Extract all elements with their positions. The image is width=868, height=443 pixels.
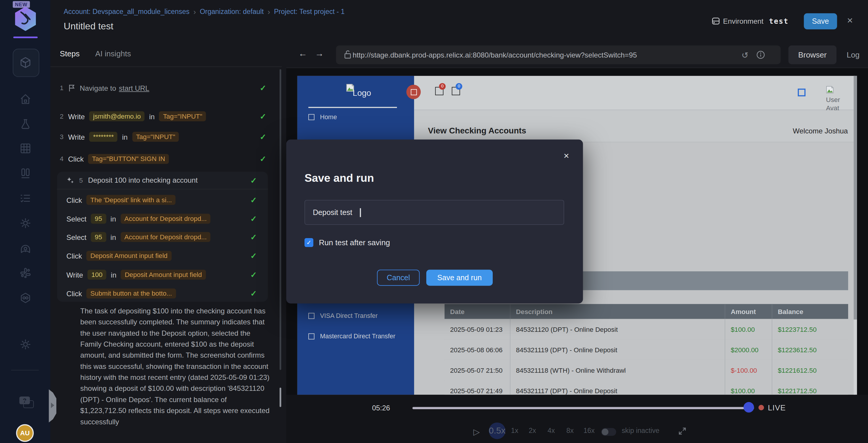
cell-date: 2025-05-08 06:06	[445, 339, 510, 360]
col-header-description[interactable]: Description	[510, 304, 725, 319]
step-row-4[interactable]: 4 Click Tag="BUTTON" SIGN IN ✓	[60, 152, 267, 166]
step-target-badge[interactable]: Submit button at the botto...	[87, 289, 176, 299]
user-avatar[interactable]: AU	[16, 424, 34, 442]
bank-logo-text[interactable]: Logo	[353, 88, 371, 97]
speed-8x[interactable]: 8x	[566, 427, 574, 435]
integrations-icon[interactable]	[19, 267, 31, 279]
table-row[interactable]: 2025-05-09 01:23 845321120 (DPT) - Onlin…	[445, 319, 848, 340]
steps-panel: Steps AI insights 1 Navigate to start UR…	[51, 41, 282, 443]
home-icon[interactable]	[19, 93, 31, 105]
steps-scrollbar-thumb[interactable]	[280, 388, 281, 407]
test-name-input[interactable]: Deposit test	[305, 200, 564, 225]
table-row[interactable]: 2025-05-07 21:50 845321118 (WTH) - Onlin…	[445, 360, 848, 381]
step-target-badge[interactable]: Tag="BUTTON" SIGN IN	[88, 154, 169, 164]
speed-4x[interactable]: 4x	[548, 427, 555, 435]
step-target-badge[interactable]: Account for Deposit dropd...	[120, 214, 211, 224]
speed-2x[interactable]: 2x	[529, 427, 536, 435]
substep-row[interactable]: Select 95 in Account for Deposit dropd..…	[66, 211, 257, 226]
info-icon[interactable]	[756, 51, 765, 59]
cancel-button[interactable]: Cancel	[377, 269, 420, 286]
col-header-date[interactable]: Date	[445, 304, 510, 319]
playback-playhead[interactable]	[743, 402, 754, 412]
save-and-run-button[interactable]: Save and run	[426, 269, 493, 286]
grid-icon[interactable]	[19, 142, 31, 154]
environment-value[interactable]: test	[769, 17, 788, 26]
substep-row[interactable]: Click The 'Deposit' link with a si... ✓	[66, 193, 257, 207]
substep-row[interactable]: Select 95 in Account for Deposit dropd..…	[66, 230, 257, 244]
step-value-badge[interactable]: jsmith@demo.io	[89, 111, 145, 121]
toggle-knob[interactable]	[602, 429, 608, 435]
settings-gear-icon[interactable]	[19, 217, 31, 229]
incognito-icon[interactable]	[19, 242, 31, 254]
step-group-5[interactable]: 5 Deposit 100 into checking account ✓ Cl…	[57, 172, 268, 302]
step-target-badge[interactable]: The 'Deposit' link with a si...	[87, 195, 176, 205]
substep-row[interactable]: Write 100 in Deposit Amount input field …	[66, 267, 257, 282]
step-value-badge[interactable]: 95	[91, 232, 106, 242]
bank-nav-mastercard[interactable]: Mastercard Direct Transfer	[308, 333, 395, 339]
step-target-badge[interactable]: Account for Deposit dropd...	[120, 232, 211, 242]
step-target-badge[interactable]: Deposit Amount input field	[87, 251, 172, 261]
col-header-amount[interactable]: Amount	[725, 304, 772, 319]
dialog-close-icon[interactable]: ×	[563, 151, 569, 161]
checklist-icon[interactable]	[19, 192, 31, 204]
tab-steps[interactable]: Steps	[60, 49, 80, 58]
cell-description: 845321118 (WTH) - Online Withdrawl	[510, 360, 725, 380]
cell-balance: $1223712.50	[772, 319, 848, 339]
bank-nav-visa[interactable]: VISA Direct Transfer	[308, 312, 378, 319]
step-target-badge[interactable]: Tag="INPUT"	[159, 111, 206, 121]
record-button[interactable]	[406, 85, 421, 99]
back-arrow-icon[interactable]: ←	[299, 49, 307, 59]
sidebar-item-modules-active[interactable]	[13, 49, 39, 77]
steps-scrollbar[interactable]	[280, 69, 281, 370]
fullscreen-expand-icon[interactable]	[678, 427, 687, 435]
step-connector: in	[149, 112, 155, 120]
save-button[interactable]: Save	[804, 13, 837, 29]
speed-16x[interactable]: 16x	[583, 427, 595, 435]
reload-icon[interactable]: ↺	[741, 51, 748, 60]
substep-row[interactable]: Click Deposit Amount input field ✓	[66, 249, 257, 263]
url-text[interactable]: http://stage.dbank.prod-apps.relicx.ai:8…	[353, 51, 637, 59]
forward-arrow-icon[interactable]: →	[315, 49, 324, 59]
step-value-badge[interactable]: ********	[89, 132, 118, 142]
start-url-link[interactable]: start URL	[119, 84, 149, 92]
step-value-badge[interactable]: 100	[88, 269, 106, 279]
step-row-3[interactable]: 3 Write ******** in Tag="INPUT" ✓	[60, 129, 267, 144]
bank-nav-home[interactable]: Home	[308, 114, 337, 120]
close-icon[interactable]: ×	[847, 15, 853, 26]
bank-scrollbar-thumb[interactable]	[854, 76, 857, 320]
browser-toolbar: ← → http://stage.dbank.prod-apps.relicx.…	[286, 41, 868, 68]
play-icon[interactable]: ▷	[473, 427, 480, 437]
tab-ai-insights[interactable]: AI insights	[95, 49, 131, 58]
step-group-header[interactable]: 5 Deposit 100 into checking account ✓	[57, 172, 268, 189]
checkbox-checked-icon[interactable]: ✓	[305, 238, 313, 247]
playback-track[interactable]	[412, 407, 754, 409]
save-and-run-dialog: × Save and run Deposit test ✓ Run test a…	[286, 140, 583, 304]
speed-1x[interactable]: 1x	[511, 427, 519, 435]
stop-square-icon	[410, 89, 417, 95]
step-value-badge[interactable]: 95	[91, 214, 106, 224]
columns-icon[interactable]	[19, 167, 31, 179]
step-target-badge[interactable]: Tag="INPUT"	[132, 132, 179, 142]
step-target-badge[interactable]: Deposit Amount input field	[121, 269, 206, 279]
app-logo-icon[interactable]	[14, 6, 37, 31]
breadcrumb-account[interactable]: Account: Devspace_all_module_licenses	[64, 8, 189, 16]
speed-0-5x[interactable]: 0.5x	[489, 422, 505, 439]
links-hexagon-icon[interactable]	[19, 292, 31, 304]
table-row[interactable]: 2025-05-08 06:06 845321119 (DPT) - Onlin…	[445, 339, 848, 360]
step-row-2[interactable]: 2 Write jsmith@demo.io in Tag="INPUT" ✓	[60, 109, 267, 124]
breadcrumb-organization[interactable]: Organization: default	[200, 8, 264, 16]
col-header-balance[interactable]: Balance	[772, 304, 848, 319]
flask-icon[interactable]	[19, 118, 31, 130]
user-avatar-broken[interactable]: User Avat	[826, 86, 840, 112]
substep-row[interactable]: Click Submit button at the botto... ✓	[66, 286, 257, 301]
table-row[interactable]: 2025-05-07 21:49 845321117 (DPT) - Onlin…	[445, 380, 848, 395]
success-check-icon: ✓	[250, 270, 257, 279]
step-row-1[interactable]: 1 Navigate to start URL ✓	[60, 81, 267, 95]
url-bar[interactable]: http://stage.dbank.prod-apps.relicx.ai:8…	[336, 46, 781, 64]
settings-gear-bottom-icon[interactable]	[19, 338, 31, 351]
tab-browser[interactable]: Browser	[788, 46, 836, 64]
breadcrumb-project[interactable]: Project: Test project - 1	[274, 8, 344, 16]
tab-log[interactable]: Log	[840, 46, 867, 64]
run-after-saving-row[interactable]: ✓ Run test after saving	[305, 238, 390, 247]
step-action: Select	[66, 233, 86, 241]
